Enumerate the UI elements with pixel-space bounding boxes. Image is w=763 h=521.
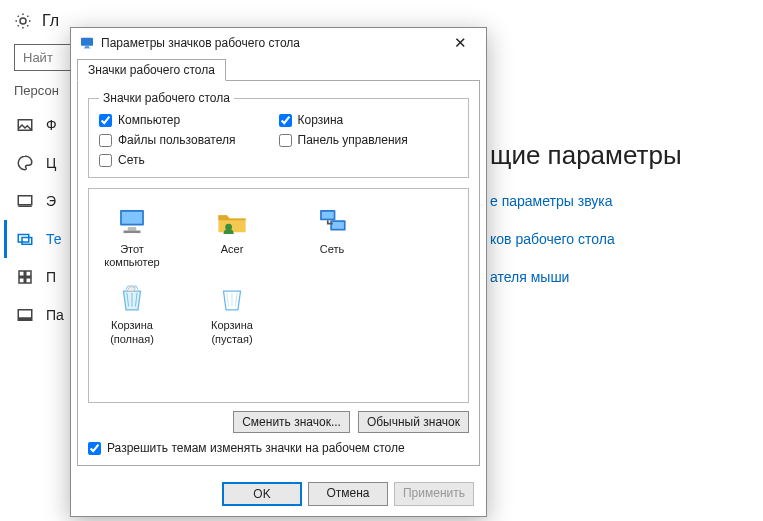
check-computer-box[interactable]: [99, 114, 112, 127]
dialog-title: Параметры значков рабочего стола: [101, 36, 440, 50]
svg-rect-15: [128, 227, 137, 230]
group-legend: Значки рабочего стола: [99, 91, 234, 105]
icon-item-user[interactable]: Acer: [197, 205, 267, 269]
icon-item-thispc[interactable]: Этот компьютер: [97, 205, 167, 269]
icon-item-recyclebin-full[interactable]: Корзина (полная): [97, 281, 167, 345]
start-icon: [16, 268, 34, 286]
svg-rect-10: [81, 38, 93, 46]
svg-rect-21: [332, 222, 344, 229]
pc-icon: [115, 205, 149, 239]
related-link-mouse[interactable]: ателя мыши: [490, 269, 682, 285]
monitor-icon: [79, 35, 95, 51]
icon-item-recyclebin-empty[interactable]: Корзина (пустая): [197, 281, 267, 345]
svg-rect-7: [26, 278, 31, 283]
recyclebin-full-icon: [115, 281, 149, 315]
network-icon: [315, 205, 349, 239]
bg-title: Гл: [42, 12, 59, 30]
check-network-box[interactable]: [99, 154, 112, 167]
recyclebin-empty-icon: [215, 281, 249, 315]
nav-label: Ф: [46, 117, 57, 133]
svg-rect-5: [26, 271, 31, 276]
svg-rect-4: [19, 271, 24, 276]
tab-desktop-icons[interactable]: Значки рабочего стола: [77, 59, 226, 81]
check-controlpanel-box[interactable]: [279, 134, 292, 147]
icon-item-network[interactable]: Сеть: [297, 205, 367, 269]
change-icon-button[interactable]: Сменить значок...: [233, 411, 350, 433]
taskbar-icon: [16, 306, 34, 324]
check-allow-themes-box[interactable]: [88, 442, 101, 455]
related-link-sound[interactable]: е параметры звука: [490, 193, 682, 209]
check-controlpanel[interactable]: Панель управления: [279, 133, 459, 147]
svg-rect-1: [18, 196, 32, 205]
lockscreen-icon: [16, 192, 34, 210]
check-userfiles[interactable]: Файлы пользователя: [99, 133, 279, 147]
close-button[interactable]: ✕: [440, 34, 480, 52]
svg-rect-11: [85, 46, 89, 47]
check-recyclebin-box[interactable]: [279, 114, 292, 127]
svg-rect-3: [22, 238, 32, 245]
nav-label: Па: [46, 307, 64, 323]
svg-rect-16: [124, 231, 141, 234]
svg-rect-9: [18, 317, 32, 320]
desktop-icon-settings-dialog: Параметры значков рабочего стола ✕ Значк…: [70, 27, 487, 517]
related-link-desktop-icons[interactable]: ков рабочего стола: [490, 231, 682, 247]
svg-rect-19: [322, 212, 334, 219]
nav-label: Э: [46, 193, 56, 209]
ok-button[interactable]: OK: [222, 482, 302, 506]
themes-icon: [16, 230, 34, 248]
check-network[interactable]: Сеть: [99, 153, 279, 167]
nav-label: Ц: [46, 155, 56, 171]
related-heading: щие параметры: [490, 140, 682, 171]
desktop-icons-group: Значки рабочего стола Компьютер Корзина …: [88, 91, 469, 178]
apply-button[interactable]: Применить: [394, 482, 474, 506]
icon-preview-list: Этот компьютер Acer Сеть Корзина (полная…: [88, 188, 469, 403]
svg-rect-12: [84, 48, 91, 49]
nav-label: Те: [46, 231, 62, 247]
check-userfiles-box[interactable]: [99, 134, 112, 147]
svg-rect-6: [19, 278, 24, 283]
cancel-button[interactable]: Отмена: [308, 482, 388, 506]
check-allow-themes[interactable]: Разрешить темам изменять значки на рабоч…: [88, 441, 469, 455]
check-recyclebin[interactable]: Корзина: [279, 113, 459, 127]
gear-icon: [14, 12, 32, 30]
restore-default-button[interactable]: Обычный значок: [358, 411, 469, 433]
picture-icon: [16, 116, 34, 134]
check-computer[interactable]: Компьютер: [99, 113, 279, 127]
palette-icon: [16, 154, 34, 172]
nav-label: П: [46, 269, 56, 285]
svg-rect-14: [122, 212, 142, 224]
userfolder-icon: [215, 205, 249, 239]
